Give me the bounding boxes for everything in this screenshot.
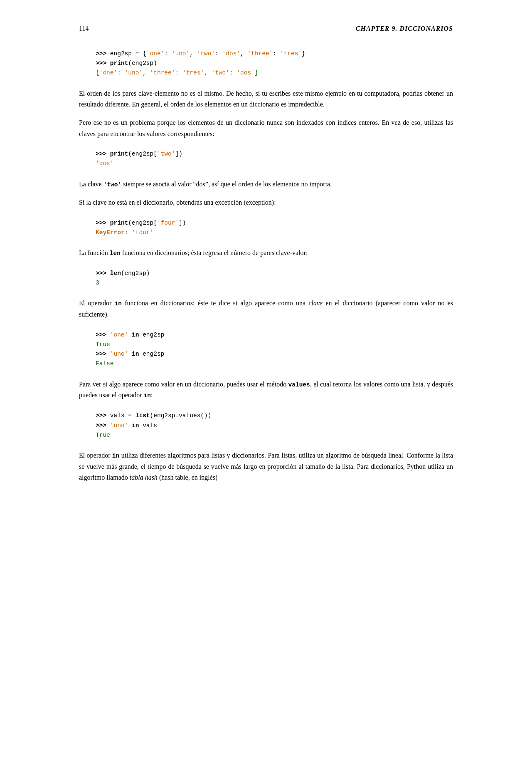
code-result: False: [96, 360, 114, 367]
code-error-line: KeyError: 'four': [96, 228, 453, 238]
code-block-6: >>> vals = list(eng2sp.values()) >>> 'un…: [96, 411, 453, 440]
code-line: >>> 'one' in eng2sp: [96, 330, 453, 340]
italic-word: clave: [308, 300, 323, 307]
page-header: 114 CHAPTER 9. DICCIONARIOS: [79, 25, 453, 32]
prompt-symbol: >>>: [96, 422, 110, 429]
prompt-symbol: >>>: [96, 50, 110, 57]
code-block-4: >>> len(eng2sp) 3: [96, 269, 453, 288]
inline-code: in: [144, 392, 151, 399]
prompt-symbol: >>>: [96, 351, 110, 357]
code-text: print(eng2sp): [110, 60, 157, 67]
code-block-1: >>> eng2sp = {'one': 'uno', 'two': 'dos'…: [96, 49, 453, 78]
code-error: KeyError: 'four': [96, 229, 153, 236]
paragraph-5: La función len funciona en diccionarios;…: [79, 248, 453, 259]
paragraph-1: El orden de los pares clave-elemento no …: [79, 88, 453, 110]
code-text: 'one' in eng2sp: [110, 332, 165, 338]
code-result-line: 3: [96, 278, 453, 288]
paragraph-8: El operador in utiliza diferentes algori…: [79, 450, 453, 483]
code-text: print(eng2sp['four']): [110, 220, 186, 226]
code-block-5: >>> 'one' in eng2sp True >>> 'uno' in en…: [96, 330, 453, 369]
code-result-line: 'dos': [96, 159, 453, 168]
code-text: vals = list(eng2sp.values()): [110, 412, 212, 419]
inline-code: 'two': [103, 181, 122, 188]
prompt-symbol: >>>: [96, 270, 110, 277]
code-line: >>> print(eng2sp['two']): [96, 149, 453, 159]
code-result: {'one': 'uno', 'three': 'tres', 'two': '…: [96, 69, 259, 76]
prompt-symbol: >>>: [96, 332, 110, 338]
code-text: 'uno' in eng2sp: [110, 351, 165, 357]
code-line: >>> eng2sp = {'one': 'uno', 'two': 'dos'…: [96, 49, 453, 59]
code-result-line: False: [96, 359, 453, 369]
code-text: 'uno' in vals: [110, 422, 157, 429]
paragraph-2: Pero ese no es un problema porque los el…: [79, 117, 453, 139]
code-block-2: >>> print(eng2sp['two']) 'dos': [96, 149, 453, 168]
code-result-line: True: [96, 431, 453, 440]
code-result: True: [96, 341, 110, 348]
page-container: 114 CHAPTER 9. DICCIONARIOS >>> eng2sp =…: [79, 0, 453, 516]
paragraph-6: El operador in funciona en diccionarios;…: [79, 298, 453, 320]
code-text: print(eng2sp['two']): [110, 151, 182, 157]
code-result: 'dos': [96, 160, 114, 167]
prompt-symbol: >>>: [96, 412, 110, 419]
code-line: >>> 'uno' in vals: [96, 421, 453, 431]
code-result: True: [96, 432, 110, 438]
code-line: >>> vals = list(eng2sp.values()): [96, 411, 453, 421]
code-text: eng2sp = {'one': 'uno', 'two': 'dos', 't…: [110, 50, 305, 57]
prompt-symbol: >>>: [96, 60, 110, 67]
prompt-symbol: >>>: [96, 151, 110, 157]
italic-phrase: tabla hash: [130, 474, 158, 481]
code-result: 3: [96, 280, 99, 286]
code-line: >>> len(eng2sp): [96, 269, 453, 278]
inline-code: in: [115, 300, 122, 307]
code-line: >>> print(eng2sp['four']): [96, 218, 453, 228]
code-text: len(eng2sp): [110, 270, 150, 277]
code-result-line: True: [96, 340, 453, 349]
code-line: >>> print(eng2sp): [96, 59, 453, 68]
prompt-symbol: >>>: [96, 220, 110, 226]
page-number: 114: [79, 25, 89, 32]
inline-code: values: [288, 381, 310, 388]
code-line: >>> 'uno' in eng2sp: [96, 349, 453, 359]
code-block-3: >>> print(eng2sp['four']) KeyError: 'fou…: [96, 218, 453, 238]
paragraph-3: La clave 'two' siempre se asocia al valo…: [79, 179, 453, 190]
inline-code: len: [110, 250, 121, 257]
paragraph-4: Si la clave no está en el diccionario, o…: [79, 197, 453, 208]
inline-code: in: [112, 453, 119, 459]
chapter-title: CHAPTER 9. DICCIONARIOS: [356, 25, 453, 32]
code-line: {'one': 'uno', 'three': 'tres', 'two': '…: [96, 68, 453, 78]
paragraph-7: Para ver si algo aparece como valor en u…: [79, 379, 453, 401]
